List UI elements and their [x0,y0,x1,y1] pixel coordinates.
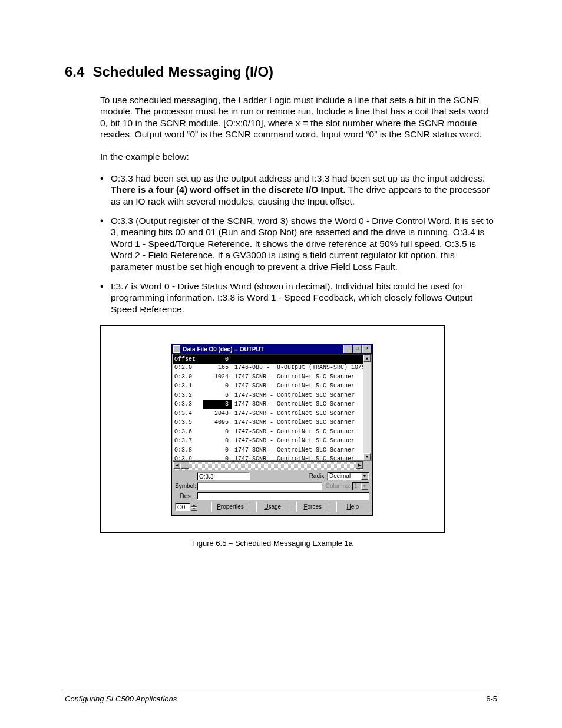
table-row[interactable]: O:3.420481747-SCNR - ControlNet SLC Scan… [173,409,371,419]
radix-label: Radix: [309,473,326,479]
cell-desc: 1747-SCNR - ControlNet SLC Scanner [232,400,370,409]
radix-value: Decimal [329,473,351,479]
symbol-label: Symbol: [175,483,197,489]
footer-left: Configuring SLC500 Applications [65,694,177,703]
symbol-field[interactable] [197,482,322,490]
scroll-down-button[interactable]: ▼ [363,453,371,460]
bullet-1: O:3.3 had been set up as the output addr… [100,173,497,207]
bullet-3: I:3.7 is Word 0 - Drive Status Word (sho… [100,281,497,315]
paragraph-intro: To use scheduled messaging, the Ladder L… [100,94,497,140]
section-title-text: Scheduled Messaging (I/O) [92,64,273,80]
cell-offset: O:3.8 [174,446,203,455]
cell-desc: 1747-SCNR - ControlNet SLC Scanner [232,436,370,446]
cell-desc: 1747-SCNR - ControlNet SLC Scanner [232,427,370,437]
cell-desc: 1747-SCNR - ControlNet SLC Scanner [232,373,370,382]
cell-offset: O:3.4 [174,409,203,419]
table-row[interactable]: O:3.101747-SCNR - ControlNet SLC Scanner [173,381,371,391]
cell-desc: 1747-SCNR - ControlNet SLC Scanner [232,418,370,427]
section-number: 6.4 [65,64,84,80]
footer-rule [65,690,497,690]
table-row[interactable]: O:3.010241747-SCNR - ControlNet SLC Scan… [173,373,371,382]
scroll-corner-minus[interactable]: – [363,462,371,470]
cell-value[interactable]: 0 [203,454,232,461]
properties-button[interactable]: Properties [211,502,249,512]
section-heading: 6.4Scheduled Messaging (I/O) [65,64,497,80]
maximize-button[interactable]: □ [353,345,362,353]
cell-value[interactable]: 4095 [203,418,232,427]
file-spinner-value[interactable]: O0 [175,503,190,511]
desc-label: Desc: [175,493,197,499]
window-titlebar[interactable]: Data File O0 (dec) -- OUTPUT _ □ × [172,344,372,354]
col-value: 0 [203,355,232,364]
address-field[interactable]: O:3.3 [197,472,250,480]
bullet-1-bold: There is a four (4) word offset in the d… [111,185,346,195]
table-row[interactable]: O:3.601747-SCNR - ControlNet SLC Scanner [173,427,371,437]
desc-field[interactable] [197,492,369,500]
cell-offset: O:3.3 [174,400,203,409]
scroll-right-button[interactable]: ▶ [356,462,363,469]
table-row[interactable]: O:3.801747-SCNR - ControlNet SLC Scanner [173,446,371,455]
scroll-thumb[interactable] [181,462,189,469]
cell-offset: O:3.9 [174,454,203,461]
footer-right: 6-5 [486,694,497,703]
radix-dropdown[interactable]: Decimal ▼ [327,472,369,480]
scroll-left-button[interactable]: ◀ [173,462,180,469]
table-row[interactable]: O:2.01651746-OB8 - 8-Output (TRANS-SRC) … [173,363,371,373]
cell-value[interactable]: 1024 [203,373,232,382]
spin-down-icon[interactable]: ▼ [191,507,197,511]
table-row[interactable]: O:3.540951747-SCNR - ControlNet SLC Scan… [173,418,371,427]
vertical-scrollbar[interactable]: ▲ ▼ [363,355,371,460]
table-row[interactable]: O:3.261747-SCNR - ControlNet SLC Scanner [173,391,371,400]
bullet-list: O:3.3 had been set up as the output addr… [100,173,497,315]
table-row[interactable]: O:3.331747-SCNR - ControlNet SLC Scanner [173,400,371,409]
file-spinner[interactable]: O0 ▲ ▼ [175,503,197,511]
close-button[interactable]: × [362,345,371,353]
columns-label: Columns: [326,483,351,489]
horizontal-scrollbar[interactable]: ◀ ▶ [173,461,363,470]
cell-desc: 1747-SCNR - ControlNet SLC Scanner [232,454,370,461]
cell-value[interactable]: 0 [203,427,232,437]
paragraph-example-lead: In the example below: [100,151,497,162]
figure-frame: Data File O0 (dec) -- OUTPUT _ □ × Offse… [100,325,445,533]
minimize-button[interactable]: _ [343,345,352,353]
chevron-down-icon: ▼ [361,483,368,490]
cell-value[interactable]: 0 [203,381,232,391]
cell-offset: O:3.0 [174,373,203,382]
cell-offset: O:3.1 [174,381,203,391]
cell-desc: 1747-SCNR - ControlNet SLC Scanner [232,381,370,391]
grid-header: Offset 0 [173,355,363,364]
table-row[interactable]: O:3.701747-SCNR - ControlNet SLC Scanner [173,436,371,446]
bullet-2: O:3.3 (Output register of the SCNR, word… [100,215,497,272]
cell-offset: O:3.5 [174,418,203,427]
chevron-down-icon[interactable]: ▼ [361,473,368,480]
cell-value[interactable]: 3 [203,400,232,409]
usage-button[interactable]: Usage [256,502,289,512]
cell-value[interactable]: 6 [203,391,232,400]
data-file-window: Data File O0 (dec) -- OUTPUT _ □ × Offse… [171,344,373,516]
cell-offset: O:2.0 [174,363,203,373]
cell-desc: 1747-SCNR - ControlNet SLC Scanner [232,446,370,455]
help-button[interactable]: Help [336,502,369,512]
spin-up-icon[interactable]: ▲ [191,503,197,507]
cell-value[interactable]: 0 [203,446,232,455]
columns-dropdown: 1 ▼ [352,482,369,490]
data-grid[interactable]: Offset 0 O:2.01651746-OB8 - 8-Output (TR… [173,354,372,461]
bullet-1-a: O:3.3 had been set up as the output addr… [111,173,485,183]
cell-desc: 1746-OB8 - 8-Output (TRANS-SRC) 10/50 [232,363,370,373]
col-offset: Offset [174,355,203,364]
cell-value[interactable]: 0 [203,436,232,446]
forces-button[interactable]: Forces [296,502,329,512]
columns-value: 1 [354,483,358,489]
cell-offset: O:3.6 [174,427,203,437]
cell-desc: 1747-SCNR - ControlNet SLC Scanner [232,409,370,419]
cell-offset: O:3.2 [174,391,203,400]
table-row[interactable]: O:3.901747-SCNR - ControlNet SLC Scanner [173,454,371,461]
cell-offset: O:3.7 [174,436,203,446]
window-icon [173,345,180,353]
cell-value[interactable]: 165 [203,363,232,373]
cell-value[interactable]: 2048 [203,409,232,419]
window-title: Data File O0 (dec) -- OUTPUT [183,346,343,353]
scroll-up-button[interactable]: ▲ [363,355,371,362]
figure-caption: Figure 6.5 – Scheduled Messaging Example… [100,539,445,548]
cell-desc: 1747-SCNR - ControlNet SLC Scanner [232,391,370,400]
